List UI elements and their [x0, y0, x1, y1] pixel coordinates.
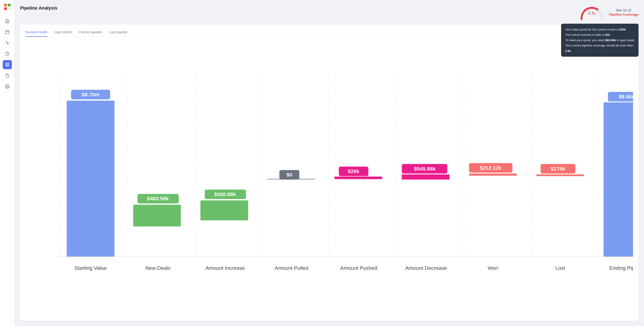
sidebar: [0, 0, 14, 326]
svg-rect-8: [6, 63, 7, 64]
svg-rect-10: [6, 65, 7, 66]
svg-rect-9: [8, 63, 9, 64]
tooltip-line1-value: $30k: [619, 28, 626, 31]
gauge-value: 1.7x: [588, 12, 595, 16]
svg-rect-4: [6, 30, 9, 34]
svg-text:Amount Increase: Amount Increase: [206, 265, 245, 271]
svg-text:$8.70m: $8.70m: [82, 92, 100, 98]
main-content: Pipeline Analysis 1.7x: [14, 0, 644, 326]
svg-text:Won: Won: [488, 265, 498, 271]
svg-rect-26: [133, 205, 181, 226]
svg-text:New Deals: New Deals: [145, 265, 170, 271]
svg-rect-0: [4, 4, 7, 6]
page-title: Pipeline Analysis: [20, 6, 58, 11]
svg-rect-2: [4, 7, 7, 10]
sidebar-item-pie[interactable]: [3, 49, 12, 58]
svg-text:$212.12k: $212.12k: [480, 165, 502, 171]
sidebar-item-analytics[interactable]: [3, 38, 12, 47]
tooltip-line1-prefix: Your sales quota for the current month i…: [565, 28, 619, 31]
svg-text:$420.68k: $420.68k: [214, 191, 236, 197]
tooltip-line3-prefix: To meet your quota, you need: [565, 38, 605, 42]
svg-text:$463.50k: $463.50k: [147, 196, 169, 202]
svg-rect-23: [67, 100, 114, 257]
svg-rect-3: [8, 7, 10, 9]
gauge-container: 1.7x: [579, 6, 604, 19]
date-edit[interactable]: Nov '24: [616, 8, 631, 12]
svg-text:Amount Pushed: Amount Pushed: [340, 265, 377, 271]
svg-rect-11: [8, 65, 9, 66]
sidebar-item-dashboard[interactable]: [3, 60, 12, 69]
svg-rect-41: [469, 174, 517, 176]
svg-rect-35: [334, 176, 382, 179]
sidebar-item-clipboard[interactable]: [3, 71, 12, 80]
main-card: Current month Last month Current quarter…: [20, 24, 638, 320]
svg-text:$545.88k: $545.88k: [414, 166, 436, 172]
tooltip-line3-value: $82.86k: [605, 38, 616, 42]
sidebar-item-home[interactable]: [3, 16, 12, 26]
coverage-label: Pipeline Coverage: [609, 12, 638, 16]
svg-point-13: [6, 86, 8, 87]
svg-text:Ending Pipeline: Ending Pipeline: [610, 265, 633, 271]
tab-current-quarter[interactable]: Current quarter: [79, 30, 102, 37]
coverage-tooltip: Your sales quota for the current month i…: [561, 24, 638, 57]
svg-rect-1: [8, 4, 10, 6]
tabs-container: Current month Last month Current quarter…: [26, 30, 633, 37]
tab-current-month[interactable]: Current month: [26, 30, 47, 37]
svg-rect-12: [6, 74, 8, 75]
header: Pipeline Analysis 1.7x: [20, 6, 638, 19]
tooltip-line2-value: $1k: [605, 33, 610, 36]
date-label: Nov '24: [616, 8, 627, 12]
tooltip-line3-suffix: in open deals: [616, 38, 634, 42]
tooltip-line4-value: 2.9x: [565, 49, 571, 52]
svg-text:Amount Decrease: Amount Decrease: [405, 265, 447, 271]
svg-rect-38: [402, 174, 450, 180]
svg-text:$174k: $174k: [551, 166, 566, 172]
svg-text:$0: $0: [286, 172, 292, 178]
logo: [4, 4, 10, 12]
tooltip-line2-prefix: Your actual revenue to date is: [565, 33, 605, 36]
tab-last-quarter[interactable]: Last quarter: [109, 30, 128, 37]
svg-text:$8.66m: $8.66m: [618, 94, 633, 100]
svg-text:Amount Pulled: Amount Pulled: [275, 265, 308, 271]
pipeline-coverage-widget: 1.7x: [579, 6, 604, 19]
sidebar-item-settings[interactable]: [3, 82, 12, 91]
waterfall-chart: $8.70m $463.50k $420.68k $0 $26k: [26, 42, 633, 315]
tooltip-line4-prefix: Your current pipeline coverage should be…: [565, 44, 633, 47]
svg-rect-44: [536, 174, 584, 176]
svg-rect-29: [200, 200, 248, 220]
svg-text:$26k: $26k: [348, 168, 359, 174]
tab-last-month[interactable]: Last month: [55, 30, 72, 37]
sidebar-item-calendar[interactable]: [3, 27, 12, 36]
svg-text:Starting Value: Starting Value: [74, 265, 107, 271]
svg-rect-47: [604, 102, 633, 257]
svg-text:Lost: Lost: [555, 265, 565, 271]
